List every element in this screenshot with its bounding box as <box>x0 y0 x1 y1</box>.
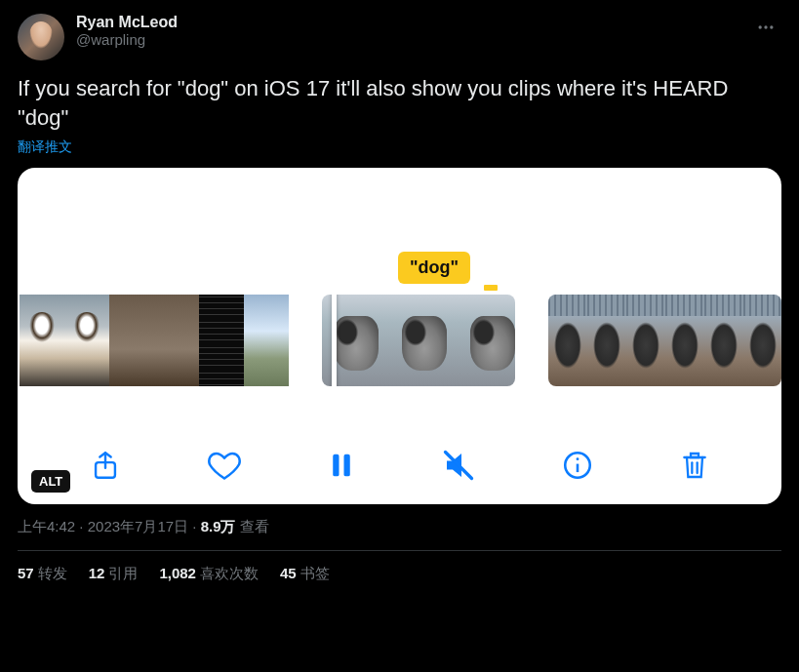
stats-row: 57转发 12引用 1,082喜欢次数 45书签 <box>18 565 781 583</box>
svg-point-9 <box>576 458 579 461</box>
video-filmstrip <box>18 295 781 386</box>
tweet-meta: 上午4:42 · 2023年7月17日 · 8.9万 查看 <box>18 518 781 536</box>
info-icon <box>561 449 594 482</box>
svg-rect-4 <box>333 455 339 477</box>
svg-point-0 <box>759 25 762 28</box>
video-frame <box>64 295 109 386</box>
video-frame <box>154 295 199 386</box>
svg-point-1 <box>764 25 767 28</box>
media-toolbar <box>18 448 781 483</box>
views-count: 8.9万 <box>201 518 236 534</box>
video-frame <box>109 295 154 386</box>
video-frame <box>665 295 704 386</box>
clip-group-2[interactable] <box>322 295 515 386</box>
share-icon <box>89 449 122 482</box>
heart-icon <box>207 448 242 483</box>
video-frame <box>587 295 626 386</box>
handle: @warpling <box>76 31 750 48</box>
media-attachment[interactable]: "dog" <box>18 168 781 504</box>
svg-rect-5 <box>344 455 350 477</box>
video-frame <box>704 295 743 386</box>
mute-icon <box>441 448 476 483</box>
favorite-button[interactable] <box>207 448 242 483</box>
info-button[interactable] <box>561 449 594 482</box>
clip-group-1 <box>20 295 289 386</box>
tweet-date[interactable]: 2023年7月17日 <box>88 518 188 534</box>
search-highlight-badge: "dog" <box>398 252 470 284</box>
more-button[interactable] <box>750 14 781 45</box>
tweet-header: Ryan McLeod @warpling <box>18 14 781 60</box>
trash-icon <box>679 449 710 482</box>
svg-point-2 <box>770 25 773 28</box>
video-frame <box>743 295 781 386</box>
tweet-text: If you search for "dog" on iOS 17 it'll … <box>18 74 781 132</box>
pause-button[interactable] <box>327 449 356 482</box>
highlight-marker <box>484 285 498 291</box>
mute-button[interactable] <box>441 448 476 483</box>
delete-button[interactable] <box>679 449 710 482</box>
retweets-stat[interactable]: 57转发 <box>18 565 67 583</box>
pause-icon <box>327 449 356 482</box>
divider <box>18 550 781 551</box>
video-frame <box>626 295 665 386</box>
author-block[interactable]: Ryan McLeod @warpling <box>76 14 750 48</box>
likes-stat[interactable]: 1,082喜欢次数 <box>159 565 259 583</box>
views-label: 查看 <box>236 518 269 534</box>
quotes-stat[interactable]: 12引用 <box>89 565 139 583</box>
video-frame <box>199 295 244 386</box>
video-frame <box>244 295 289 386</box>
display-name: Ryan McLeod <box>76 14 750 31</box>
translate-link[interactable]: 翻译推文 <box>18 138 72 156</box>
avatar[interactable] <box>18 14 64 60</box>
playhead[interactable] <box>332 295 337 386</box>
video-frame <box>20 295 64 386</box>
tweet-time[interactable]: 上午4:42 <box>18 518 75 534</box>
video-frame <box>459 295 515 386</box>
alt-badge[interactable]: ALT <box>31 470 70 493</box>
bookmarks-stat[interactable]: 45书签 <box>280 565 330 583</box>
tweet-container: Ryan McLeod @warpling If you search for … <box>0 0 799 591</box>
clip-group-3 <box>548 295 781 386</box>
share-button[interactable] <box>89 449 122 482</box>
ellipsis-icon <box>756 18 776 37</box>
video-frame <box>548 295 587 386</box>
video-frame <box>390 295 459 386</box>
